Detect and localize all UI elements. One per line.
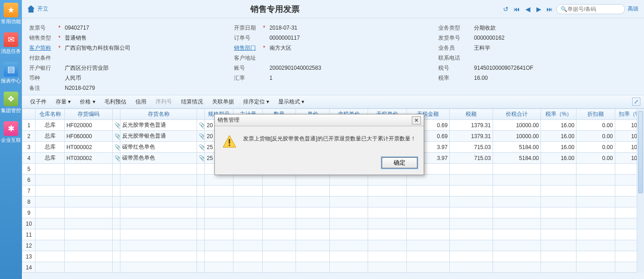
svg-rect-2 <box>229 145 230 146</box>
ok-button[interactable]: 确定 <box>382 157 417 168</box>
modal-titlebar[interactable]: 销售管理 ✕ <box>215 114 424 126</box>
modal-overlay: 销售管理 ✕ 发票上货物[反光胶带黄色普通]的已开票退货数量已大于累计开票数量！… <box>0 0 644 279</box>
warning-icon <box>222 134 237 149</box>
svg-rect-1 <box>229 139 230 144</box>
modal-message: 发票上货物[反光胶带黄色普通]的已开票退货数量已大于累计开票数量！ <box>243 134 416 149</box>
modal-dialog: 销售管理 ✕ 发票上货物[反光胶带黄色普通]的已开票退货数量已大于累计开票数量！… <box>214 114 424 175</box>
close-icon[interactable]: ✕ <box>412 116 421 124</box>
modal-title-text: 销售管理 <box>218 116 412 124</box>
